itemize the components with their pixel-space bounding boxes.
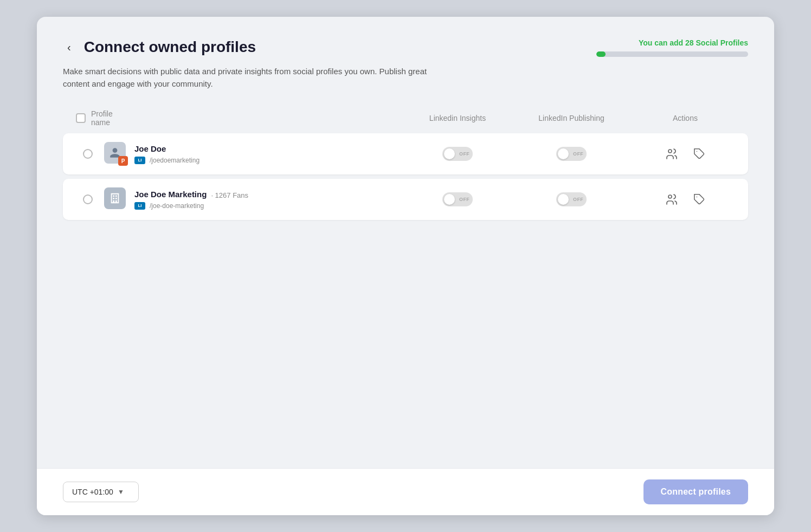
publishing-toggle-2[interactable]: OFF	[556, 192, 587, 206]
svg-point-2	[668, 195, 672, 198]
footer: UTC +01:00 ▼ Connect profiles	[37, 468, 774, 515]
title-section: ‹ Connect owned profiles	[63, 38, 256, 56]
insights-toggle-2[interactable]: OFF	[442, 192, 473, 206]
insights-toggle-1-cell: OFF	[403, 147, 512, 161]
publishing-toggle-1-cell: OFF	[512, 147, 631, 161]
row-1-checkbox[interactable]	[83, 149, 93, 159]
fans-text-2: · 1267 Fans	[211, 191, 248, 199]
li-badge-1: LI	[134, 157, 145, 164]
profile-rows: P Joe Doe LI /joedoemarketing	[63, 133, 748, 220]
manage-users-button-2[interactable]	[663, 191, 680, 208]
header-linkedin-insights: Linkedin Insights	[403, 114, 512, 122]
actions-cell-1	[631, 145, 739, 163]
profile-limit-text: You can add 28 Social Profiles	[596, 38, 748, 47]
header-actions: Actions	[631, 114, 739, 122]
header-profile-name-col: Profile name	[72, 109, 104, 127]
svg-point-0	[668, 150, 672, 153]
table-row: P Joe Doe LI /joedoemarketing	[63, 133, 748, 174]
profile-limit-prefix: You can add	[639, 38, 685, 47]
avatar-main-2	[104, 187, 126, 209]
modal-main: ‹ Connect owned profiles You can add 28 …	[37, 17, 774, 468]
profile-text-1: Joe Doe LI /joedoemarketing	[134, 144, 199, 164]
publishing-toggle-1[interactable]: OFF	[556, 147, 587, 161]
header-profile-name-label: Profile name	[91, 109, 113, 127]
header-linkedin-publishing: LinkedIn Publishing	[512, 114, 631, 122]
progress-bar-container	[596, 51, 748, 57]
row-2-checkbox[interactable]	[83, 194, 93, 204]
profile-handle-1: /joedoemarketing	[150, 157, 199, 164]
progress-bar-fill	[596, 51, 606, 57]
page-title: Connect owned profiles	[84, 38, 256, 56]
profile-name-1: Joe Doe	[134, 144, 166, 153]
avatar-1: P	[104, 142, 128, 166]
header-checkbox[interactable]	[76, 113, 86, 123]
insights-toggle-1[interactable]: OFF	[442, 147, 473, 161]
publishing-toggle-2-cell: OFF	[512, 192, 631, 206]
insights-toggle-2-cell: OFF	[403, 192, 512, 206]
price-tag-button-2[interactable]	[691, 191, 707, 207]
chevron-down-icon: ▼	[118, 488, 124, 496]
profile-handle-2: /joe-doe-marketing	[150, 202, 204, 210]
subtitle: Make smart decisions with public data an…	[63, 66, 442, 90]
back-button[interactable]: ‹	[63, 39, 75, 56]
li-badge-2: LI	[134, 202, 145, 210]
profile-limit-count: 28	[685, 38, 694, 47]
profile-info-1: P Joe Doe LI /joedoemarketing	[104, 142, 403, 166]
profile-limit-section: You can add 28 Social Profiles	[596, 38, 748, 57]
table-row: Joe Doe Marketing · 1267 Fans LI /joe-do…	[63, 179, 748, 220]
profile-limit-suffix: Social Profiles	[694, 38, 748, 47]
profile-name-2: Joe Doe Marketing	[134, 190, 207, 199]
timezone-label: UTC +01:00	[72, 488, 113, 496]
profile-text-2: Joe Doe Marketing · 1267 Fans LI /joe-do…	[134, 190, 248, 210]
actions-cell-2	[631, 191, 739, 208]
avatar-2	[104, 187, 128, 211]
table-header: Profile name Linkedin Insights LinkedIn …	[63, 105, 748, 131]
price-tag-button-1[interactable]	[691, 146, 707, 162]
header-row: ‹ Connect owned profiles You can add 28 …	[63, 38, 748, 57]
profile-info-2: Joe Doe Marketing · 1267 Fans LI /joe-do…	[104, 187, 403, 211]
modal-container: ‹ Connect owned profiles You can add 28 …	[37, 17, 774, 515]
p-badge-1: P	[118, 156, 128, 166]
timezone-selector[interactable]: UTC +01:00 ▼	[63, 482, 139, 502]
manage-users-button-1[interactable]	[663, 145, 680, 163]
connect-profiles-button[interactable]: Connect profiles	[643, 479, 748, 504]
